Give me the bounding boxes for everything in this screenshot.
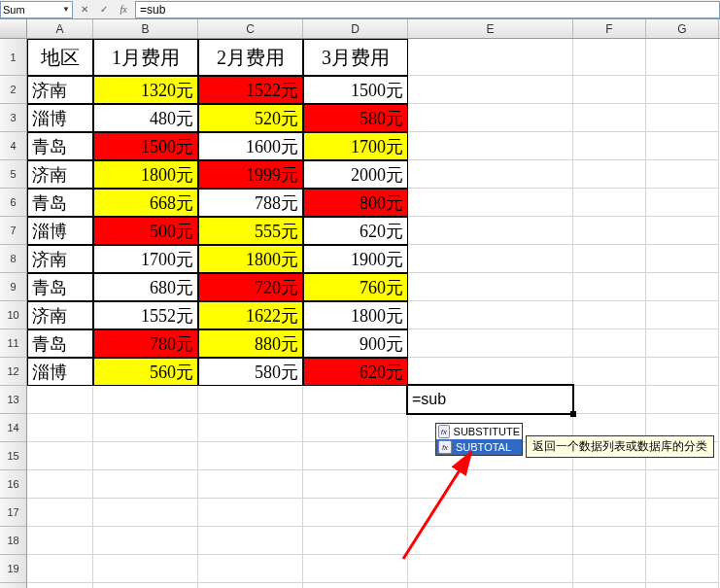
cell[interactable] — [27, 470, 93, 499]
cell[interactable]: 880元 — [198, 329, 303, 358]
cell[interactable] — [303, 414, 408, 442]
select-all-corner[interactable] — [0, 19, 27, 38]
cell[interactable] — [408, 555, 573, 583]
cell[interactable] — [408, 583, 573, 588]
cell[interactable] — [303, 555, 408, 583]
cell[interactable]: 720元 — [198, 273, 303, 301]
cell[interactable] — [646, 160, 719, 189]
cell[interactable] — [646, 386, 719, 414]
row-header[interactable]: 14 — [0, 414, 27, 442]
cell[interactable] — [646, 470, 719, 499]
cell[interactable] — [573, 217, 646, 245]
cell[interactable]: 济南 — [27, 160, 93, 189]
cell[interactable]: 500元 — [93, 217, 198, 245]
cell[interactable]: 480元 — [93, 104, 198, 132]
cell[interactable] — [408, 470, 573, 499]
cell[interactable] — [408, 499, 573, 527]
cell[interactable] — [198, 414, 303, 442]
row-header[interactable]: 18 — [0, 527, 27, 555]
cell[interactable] — [303, 499, 408, 527]
cell[interactable]: 1522元 — [198, 76, 303, 104]
cell[interactable]: 1900元 — [303, 245, 408, 273]
cell[interactable]: 1552元 — [93, 301, 198, 329]
cell[interactable] — [408, 189, 573, 217]
cell[interactable] — [408, 273, 573, 301]
row-header[interactable]: 15 — [0, 442, 27, 470]
cell[interactable] — [93, 499, 198, 527]
formula-input[interactable]: =sub — [135, 1, 720, 18]
cell[interactable] — [27, 414, 93, 442]
cell[interactable] — [303, 583, 408, 588]
cell[interactable]: 668元 — [93, 189, 198, 217]
cell[interactable] — [573, 189, 646, 217]
cell[interactable] — [573, 273, 646, 301]
cell[interactable] — [27, 555, 93, 583]
cell[interactable] — [646, 39, 719, 76]
cell[interactable]: 620元 — [303, 217, 408, 245]
cell[interactable] — [573, 386, 646, 414]
cell[interactable]: 520元 — [198, 104, 303, 132]
col-header-G[interactable]: G — [646, 19, 719, 38]
row-header[interactable]: 20 — [0, 583, 27, 588]
cell[interactable] — [27, 499, 93, 527]
row-header[interactable]: 13 — [0, 386, 27, 414]
cell[interactable]: 青岛 — [27, 273, 93, 301]
cell[interactable]: 1800元 — [198, 245, 303, 273]
col-header-F[interactable]: F — [573, 19, 646, 38]
row-header[interactable]: 6 — [0, 189, 27, 217]
cell[interactable]: 青岛 — [27, 329, 93, 358]
row-header[interactable]: 11 — [0, 329, 27, 358]
cell[interactable] — [408, 301, 573, 329]
cell[interactable] — [646, 104, 719, 132]
cell[interactable]: 800元 — [303, 189, 408, 217]
cell[interactable] — [198, 442, 303, 470]
cell[interactable]: 淄博 — [27, 104, 93, 132]
cell[interactable] — [198, 470, 303, 499]
cell[interactable] — [303, 442, 408, 470]
cell[interactable]: 1700元 — [303, 132, 408, 160]
autocomplete-item-substitute[interactable]: fx SUBSTITUTE — [436, 424, 522, 439]
insert-function-button[interactable]: fx — [116, 2, 131, 17]
cell[interactable] — [573, 527, 646, 555]
cell[interactable]: 淄博 — [27, 217, 93, 245]
cell[interactable]: 1999元 — [198, 160, 303, 189]
cell[interactable] — [573, 245, 646, 273]
cell[interactable] — [646, 301, 719, 329]
cell[interactable]: 青岛 — [27, 189, 93, 217]
row-header[interactable]: 19 — [0, 555, 27, 583]
cell[interactable]: 1600元 — [198, 132, 303, 160]
row-header[interactable]: 5 — [0, 160, 27, 189]
chevron-down-icon[interactable]: ▼ — [62, 5, 70, 14]
row-header[interactable]: 10 — [0, 301, 27, 329]
cell[interactable]: 1月费用 — [93, 39, 198, 76]
cell[interactable]: 2月费用 — [198, 39, 303, 76]
cell[interactable] — [93, 442, 198, 470]
cell[interactable]: 济南 — [27, 245, 93, 273]
cell[interactable] — [93, 386, 198, 414]
cell[interactable] — [198, 583, 303, 588]
row-header[interactable]: 9 — [0, 273, 27, 301]
cell[interactable] — [573, 132, 646, 160]
row-header[interactable]: 16 — [0, 470, 27, 499]
cell[interactable] — [408, 104, 573, 132]
cell[interactable] — [198, 386, 303, 414]
cell[interactable] — [646, 217, 719, 245]
cell[interactable] — [93, 414, 198, 442]
cell[interactable] — [573, 583, 646, 588]
cancel-formula-button[interactable]: ✕ — [77, 2, 92, 17]
row-header[interactable]: 12 — [0, 358, 27, 386]
cell[interactable]: 780元 — [93, 329, 198, 358]
cell[interactable] — [408, 358, 573, 386]
cell[interactable] — [303, 527, 408, 555]
cell[interactable] — [573, 470, 646, 499]
cell[interactable]: 2000元 — [303, 160, 408, 189]
cell[interactable]: 555元 — [198, 217, 303, 245]
cell[interactable]: 1622元 — [198, 301, 303, 329]
cell[interactable]: 560元 — [93, 358, 198, 386]
cell[interactable] — [198, 555, 303, 583]
cell[interactable] — [198, 527, 303, 555]
cell[interactable] — [408, 160, 573, 189]
cell[interactable] — [408, 76, 573, 104]
cell[interactable] — [27, 527, 93, 555]
cell[interactable] — [646, 273, 719, 301]
